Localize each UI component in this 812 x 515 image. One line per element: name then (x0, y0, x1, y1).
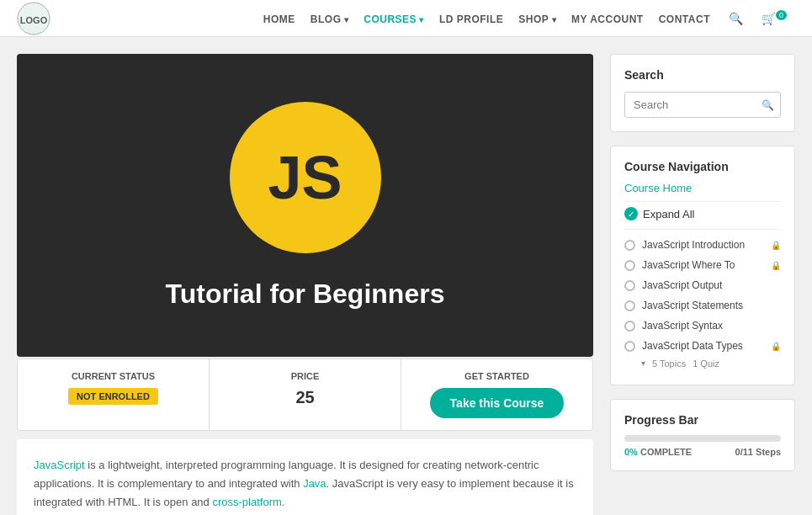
nav-cart-item[interactable]: 🛒0 (758, 11, 787, 25)
current-status-label: Current Status (34, 371, 192, 381)
list-item[interactable]: JavaScript Data Types 🔒 (624, 336, 781, 356)
list-item[interactable]: JavaScript Introduction 🔒 (624, 235, 781, 255)
take-course-button[interactable]: Take this Course (430, 388, 565, 418)
search-input[interactable] (624, 92, 781, 118)
nav-search-icon-item[interactable]: 🔍 (725, 12, 743, 25)
list-item[interactable]: JavaScript Statements (624, 295, 781, 316)
course-hero: JS Tutorial for Beginners (17, 54, 593, 357)
get-started-cell: Get Started Take this Course (401, 359, 592, 430)
sidebar: Search 🔍 Course Navigation Course Home ✓… (610, 54, 795, 515)
expand-check-icon: ✓ (624, 207, 638, 220)
desc-link-3[interactable]: cross-platform (212, 496, 281, 508)
top-navigation: LOGO HOME BLOG COURSES LD PROFILE SHOP M… (0, 0, 812, 37)
search-icon[interactable]: 🔍 (729, 12, 743, 25)
chevron-down-icon: ▾ (641, 358, 645, 369)
sub-topics-row: ▾ 5 Topics 1 Quiz (624, 356, 781, 371)
js-logo-circle: JS (230, 102, 381, 253)
get-started-label: Get Started (418, 371, 576, 381)
nav-divider (624, 201, 781, 202)
main-content: JS Tutorial for Beginners Current Status… (17, 54, 593, 515)
lesson-circle-icon (624, 280, 635, 291)
js-logo-text: JS (268, 147, 342, 208)
description-text: JavaScript is a lightweight, interpreted… (34, 456, 576, 512)
search-icon: 🔍 (762, 99, 774, 111)
nav-courses[interactable]: COURSES (364, 12, 424, 25)
course-nav-title: Course Navigation (624, 160, 781, 173)
price-label: Price (226, 371, 384, 381)
progress-complete-label: COMPLETE (640, 447, 692, 457)
search-input-wrap: 🔍 (624, 92, 781, 118)
lesson-label: JavaScript Where To (642, 259, 735, 271)
lesson-circle-icon (624, 240, 635, 251)
status-bar: Current Status NOT ENROLLED Price 25 Get… (17, 358, 593, 431)
svg-text:LOGO: LOGO (20, 15, 48, 25)
progress-bar-track (624, 435, 781, 442)
progress-status: 0% COMPLETE 0/11 Steps (624, 447, 781, 457)
page-wrapper: JS Tutorial for Beginners Current Status… (0, 37, 812, 515)
expand-all-row[interactable]: ✓ Expand All (624, 207, 781, 220)
desc-link-1[interactable]: JavaScript (34, 459, 85, 471)
sub-topics-label: 5 Topics (652, 358, 686, 369)
cart-icon[interactable]: 🛒0 (762, 12, 787, 25)
lesson-label: JavaScript Output (642, 279, 722, 291)
nav-ld-profile[interactable]: LD PROFILE (439, 12, 503, 25)
site-logo[interactable]: LOGO (17, 2, 50, 35)
lesson-circle-icon (624, 300, 635, 311)
price-cell: Price 25 (210, 359, 401, 430)
lesson-label: JavaScript Data Types (642, 340, 743, 352)
nav-shop[interactable]: SHOP (518, 12, 556, 25)
lesson-circle-icon (624, 341, 635, 352)
course-home-link[interactable]: Course Home (624, 182, 781, 194)
not-enrolled-badge: NOT ENROLLED (68, 388, 158, 405)
expand-all-label: Expand All (643, 208, 694, 220)
desc-link-2[interactable]: Java (303, 477, 326, 490)
cart-badge: 0 (776, 10, 787, 20)
price-value: 25 (226, 388, 384, 407)
progress-complete-text: 0% COMPLETE (624, 447, 692, 457)
lock-icon: 🔒 (771, 342, 781, 351)
lesson-circle-icon (624, 260, 635, 271)
course-description: JavaScript is a lightweight, interpreted… (17, 439, 593, 515)
lesson-circle-icon (624, 321, 635, 332)
progress-steps: 0/11 Steps (735, 447, 781, 457)
list-item[interactable]: JavaScript Syntax (624, 316, 781, 336)
progress-pct: 0% (624, 447, 638, 457)
lock-icon: 🔒 (771, 241, 781, 250)
progress-bar-section: Progress Bar 0% COMPLETE 0/11 Steps (610, 399, 795, 471)
lesson-label: JavaScript Syntax (642, 320, 723, 332)
nav-my-account[interactable]: MY ACCOUNT (571, 12, 644, 25)
search-section: Search 🔍 (610, 54, 795, 132)
sub-quiz-label: 1 Quiz (693, 358, 719, 369)
nav-divider-2 (624, 229, 781, 230)
nav-links: HOME BLOG COURSES LD PROFILE SHOP MY ACC… (67, 11, 795, 25)
list-item[interactable]: JavaScript Where To 🔒 (624, 255, 781, 275)
course-navigation-section: Course Navigation Course Home ✓ Expand A… (610, 146, 795, 385)
course-title: Tutorial for Beginners (166, 279, 445, 310)
lesson-label: JavaScript Statements (642, 300, 743, 311)
current-status-cell: Current Status NOT ENROLLED (18, 359, 210, 430)
lock-icon: 🔒 (771, 261, 781, 270)
nav-blog[interactable]: BLOG (310, 12, 348, 25)
list-item[interactable]: JavaScript Output (624, 275, 781, 295)
search-section-title: Search (624, 68, 781, 82)
lesson-label: JavaScript Introduction (642, 239, 745, 251)
nav-home[interactable]: HOME (263, 12, 295, 25)
progress-bar-title: Progress Bar (624, 413, 781, 427)
nav-contact[interactable]: CONTACT (659, 12, 710, 25)
